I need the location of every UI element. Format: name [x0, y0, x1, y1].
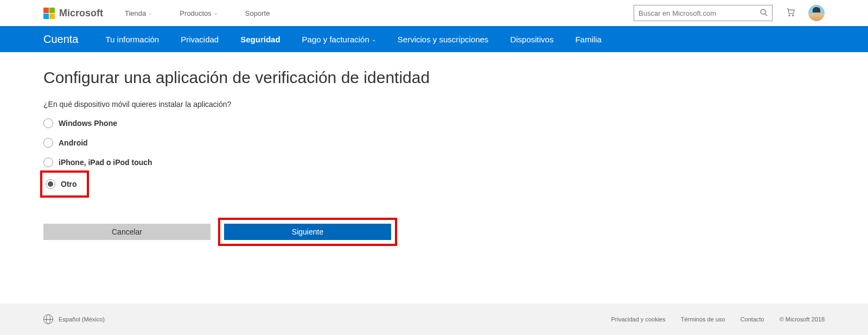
header-right — [634, 5, 825, 21]
svg-point-3 — [792, 15, 793, 16]
radio-label: Otro — [61, 180, 77, 188]
nav-seguridad[interactable]: Seguridad — [240, 35, 280, 44]
global-header: Microsoft Tienda ⌄ Productos ⌄ Soporte — [0, 0, 868, 26]
chevron-down-icon: ⌄ — [148, 10, 152, 16]
footer-terms[interactable]: Términos de uso — [681, 316, 725, 323]
nav-dispositivos[interactable]: Dispositivos — [510, 35, 553, 44]
footer-privacy[interactable]: Privacidad y cookies — [611, 316, 665, 323]
radio-icon — [43, 118, 53, 128]
next-button[interactable]: Siguiente — [224, 224, 391, 240]
button-row: Cancelar Siguiente — [43, 224, 825, 240]
menu-soporte[interactable]: Soporte — [245, 9, 270, 17]
svg-point-2 — [789, 15, 790, 16]
search-box[interactable] — [634, 5, 773, 21]
cart-icon[interactable] — [786, 7, 795, 19]
main-content: Configurar una aplicación de verificació… — [0, 52, 868, 273]
search-input[interactable] — [639, 9, 760, 17]
radio-android[interactable]: Android — [43, 138, 825, 148]
footer-links: Privacidad y cookies Términos de uso Con… — [611, 316, 825, 323]
radio-icon — [46, 179, 55, 189]
avatar[interactable] — [808, 5, 825, 21]
menu-label: Productos — [180, 9, 212, 17]
search-icon[interactable] — [760, 9, 768, 18]
svg-line-1 — [765, 14, 767, 16]
svg-point-0 — [761, 9, 765, 14]
footer: Español (México) Privacidad y cookies Té… — [0, 304, 868, 335]
highlight-annotation: Otro — [40, 170, 89, 198]
chevron-down-icon: ⌄ — [214, 10, 218, 16]
menu-label: Tienda — [125, 9, 146, 17]
radio-otro[interactable]: Otro — [46, 179, 77, 189]
radio-label: iPhone, iPad o iPod touch — [59, 158, 152, 167]
page-title: Configurar una aplicación de verificació… — [43, 68, 825, 87]
cancel-button[interactable]: Cancelar — [43, 224, 210, 240]
global-menu: Tienda ⌄ Productos ⌄ Soporte — [125, 9, 270, 17]
footer-locale[interactable]: Español (México) — [43, 314, 105, 324]
menu-productos[interactable]: Productos ⌄ — [180, 9, 218, 17]
account-nav-brand[interactable]: Cuenta — [43, 33, 79, 46]
nav-familia[interactable]: Familia — [575, 35, 601, 44]
highlight-annotation: Siguiente — [218, 218, 397, 246]
menu-tienda[interactable]: Tienda ⌄ — [125, 9, 152, 17]
radio-label: Windows Phone — [59, 119, 117, 128]
globe-icon — [43, 314, 53, 324]
radio-iphone-ipad-ipod[interactable]: iPhone, iPad o iPod touch — [43, 157, 825, 167]
microsoft-logo-icon — [43, 8, 55, 19]
chevron-down-icon: ⌄ — [372, 36, 376, 42]
footer-contact[interactable]: Contacto — [741, 316, 764, 323]
nav-servicios-suscripciones[interactable]: Servicios y suscripciones — [398, 35, 489, 44]
radio-windows-phone[interactable]: Windows Phone — [43, 118, 825, 128]
radio-icon — [43, 138, 53, 148]
nav-tu-informacion[interactable]: Tu información — [106, 35, 159, 44]
device-radio-group: Windows Phone Android iPhone, iPad o iPo… — [43, 118, 825, 191]
nav-pago-facturacion[interactable]: Pago y facturación⌄ — [302, 35, 376, 44]
account-nav: Cuenta Tu información Privacidad Segurid… — [0, 26, 868, 52]
nav-privacidad[interactable]: Privacidad — [181, 35, 219, 44]
menu-label: Soporte — [245, 9, 270, 17]
radio-icon — [43, 157, 53, 167]
radio-label: Android — [59, 138, 88, 147]
microsoft-logo[interactable]: Microsoft — [43, 8, 103, 19]
locale-label: Español (México) — [59, 316, 105, 323]
footer-copyright: © Microsoft 2018 — [780, 316, 825, 323]
device-prompt: ¿En qué dispositivo móvil quieres instal… — [43, 100, 825, 109]
microsoft-wordmark: Microsoft — [59, 8, 103, 19]
